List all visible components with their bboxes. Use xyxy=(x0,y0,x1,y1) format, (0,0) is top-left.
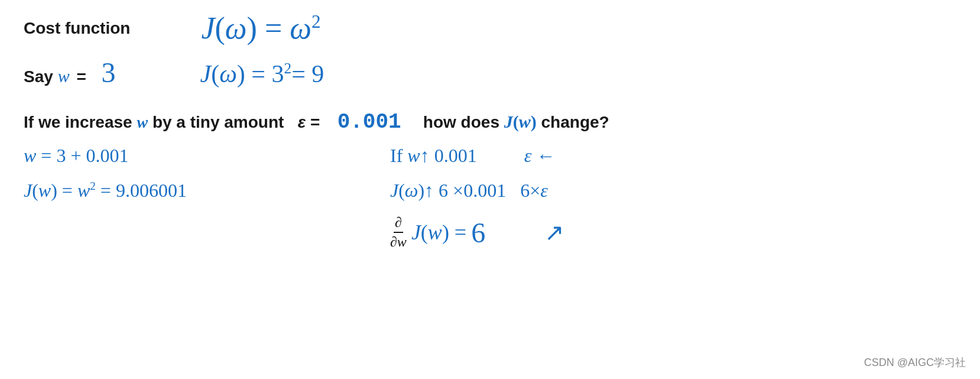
change-text: change? xyxy=(541,113,609,131)
say-equals: = xyxy=(72,67,96,86)
partial-fraction: ∂ ∂w xyxy=(390,215,407,250)
say-w-row: Say w = 3 J(ω) = 32= 9 xyxy=(24,56,956,89)
right-eq2: J(ω)↑ 6 ×0.001 6×ε xyxy=(390,180,564,202)
increase-text-end: how does xyxy=(414,113,504,131)
increase-text-mid: by a tiny amount xyxy=(152,113,293,131)
right-eq1-eps: ε ← xyxy=(524,145,556,167)
epsilon-sym: ε = xyxy=(298,113,324,131)
right-eq2-text: J(ω)↑ 6 ×0.001 xyxy=(390,180,506,202)
say-label: Say xyxy=(24,67,53,86)
main-content: Cost function J(ω) = ω2 Say w = 3 J(ω) =… xyxy=(0,0,980,261)
partial-derivative-row: ∂ ∂w J(w) = 6 ↗ xyxy=(390,215,564,250)
watermark: CSDN @AIGC学习社 xyxy=(864,355,966,370)
partial-numerator: ∂ xyxy=(394,215,403,233)
epsilon-value: 0.001 xyxy=(324,110,414,134)
two-col-section: w = 3 + 0.001 J(w) = w2 = 9.006001 If w↑… xyxy=(24,145,956,250)
right-eq2-suf: 6×ε xyxy=(520,180,548,202)
increase-w: w xyxy=(137,113,148,131)
left-column: w = 3 + 0.001 J(w) = w2 = 9.006001 xyxy=(24,145,319,215)
partial-denominator: ∂w xyxy=(390,233,407,250)
partial-result: 6 xyxy=(471,216,485,249)
say-w-var: w xyxy=(58,66,70,86)
arrow-ne-icon: ↗ xyxy=(544,219,564,246)
jw-sym: J(w) xyxy=(504,112,537,131)
say-formula: J(ω) = 32= 9 xyxy=(163,60,324,88)
right-eq1: If w↑ 0.001 ε ← xyxy=(390,145,564,167)
increase-row: If we increase w by a tiny amount ε = 0.… xyxy=(24,110,956,134)
cost-function-label: Cost function xyxy=(24,19,130,38)
right-eq1-text: If w↑ 0.001 xyxy=(390,145,477,167)
partial-jw: J(w) = xyxy=(411,220,466,245)
say-value: 3 xyxy=(102,56,116,89)
increase-text-pre: If we increase xyxy=(24,113,137,131)
left-eq1: w = 3 + 0.001 xyxy=(24,145,319,167)
right-column: If w↑ 0.001 ε ← J(ω)↑ 6 ×0.001 6×ε ∂ ∂w … xyxy=(390,145,564,250)
cost-function-row: Cost function J(ω) = ω2 xyxy=(24,11,956,46)
left-eq2: J(w) = w2 = 9.006001 xyxy=(24,180,319,202)
cost-function-formula: J(ω) = ω2 xyxy=(201,11,320,46)
